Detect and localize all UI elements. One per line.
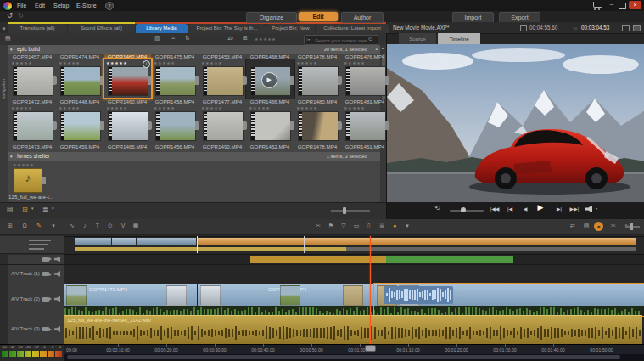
scene-expand-tab[interactable] xyxy=(195,76,199,85)
rating-stars[interactable]: ★★★★★ xyxy=(296,105,317,110)
close-gap-icon[interactable]: ▭ xyxy=(350,223,362,229)
camera-icon[interactable] xyxy=(42,257,49,262)
razor-icon[interactable]: ✂ xyxy=(312,223,324,229)
library-tab-4[interactable]: Project Bin: The Sky is th... xyxy=(188,24,266,33)
camera-icon[interactable] xyxy=(42,297,49,302)
navigation-strip[interactable]: Navigation xyxy=(0,45,8,202)
volume-slider[interactable] xyxy=(450,210,484,212)
timeline-audio-clip[interactable]: 125_full_we-are-the-heroes_3142.wav xyxy=(64,315,642,345)
rating-stars[interactable]: ★★★★★ xyxy=(344,60,365,65)
marker-drop-icon[interactable]: ▽ xyxy=(338,223,350,229)
clip-list-icon[interactable]: ≣ xyxy=(376,223,388,229)
preview-tab-timeline[interactable]: Timeline xyxy=(438,33,480,44)
effects-icon[interactable]: ● xyxy=(594,222,603,231)
rating-stars[interactable]: ★★★★★ xyxy=(11,60,32,65)
minitrack-clip[interactable] xyxy=(250,256,386,263)
media-item-thumbnail[interactable] xyxy=(203,111,244,141)
thumb-size-slider[interactable] xyxy=(331,210,370,212)
rating-stars[interactable]: ★★★★★ xyxy=(11,105,32,110)
list-view-icon[interactable]: ≣ xyxy=(42,206,48,213)
rating-stars[interactable]: ★★★★★ xyxy=(59,105,80,110)
record-menu-icon[interactable]: ▾ xyxy=(401,223,413,229)
mode-tab-author[interactable]: Author xyxy=(341,12,384,23)
speaker-menu-chevron[interactable]: ▾ xyxy=(596,206,597,211)
minitrack-clip[interactable] xyxy=(386,256,513,263)
media-item-thumbnail[interactable] xyxy=(345,111,386,141)
markers-icon[interactable]: ✎ xyxy=(33,223,45,229)
timeline-zoom-handle[interactable] xyxy=(630,223,633,230)
redo-button[interactable]: ↻ xyxy=(18,12,24,20)
media-item-thumbnail[interactable] xyxy=(345,66,386,96)
scene-expand-tab[interactable] xyxy=(195,121,199,130)
mode-tab-organize[interactable]: Organize xyxy=(246,12,297,23)
navigator-audio-segment[interactable] xyxy=(346,247,636,251)
fullscreen-icon[interactable] xyxy=(633,25,641,31)
close-button[interactable]: × xyxy=(629,1,641,9)
scene-expand-tab[interactable] xyxy=(338,121,342,130)
rating-stars[interactable]: ★★★★★ xyxy=(106,105,127,110)
help-icon[interactable]: ? xyxy=(105,2,114,10)
track-content[interactable] xyxy=(64,265,644,285)
flag-icon[interactable]: ⚑ xyxy=(325,223,337,229)
delete-clip-icon[interactable]: ▯ xyxy=(363,223,375,229)
thumb-size-handle[interactable] xyxy=(343,207,346,214)
scene-expand-tab[interactable] xyxy=(243,121,247,130)
speaker-icon[interactable] xyxy=(54,271,60,277)
media-item-thumbnail[interactable] xyxy=(298,111,339,141)
film-offset-icon[interactable]: ▤ xyxy=(580,223,592,229)
next-clip-button[interactable]: ▶▶| xyxy=(567,206,582,212)
library-tab-3[interactable]: Library Media xyxy=(136,24,188,33)
camera-icon[interactable] xyxy=(42,327,49,331)
play-button[interactable]: ▶ xyxy=(533,203,548,212)
split-clip-icon[interactable]: ✂ xyxy=(608,223,619,229)
speed-icon[interactable]: ⇄ xyxy=(567,223,579,229)
montage-icon[interactable]: ▦ xyxy=(130,223,142,229)
scene-expand-tab[interactable] xyxy=(53,76,57,85)
speaker-icon[interactable] xyxy=(54,296,60,302)
navigator-video-segment[interactable] xyxy=(197,238,636,245)
folder-up-icon[interactable]: ▥ xyxy=(154,35,160,42)
rating-stars[interactable]: ★★★★★ xyxy=(201,60,222,65)
previous-clip-button[interactable]: |◀ xyxy=(502,206,518,212)
details-view-icon[interactable]: ≡ xyxy=(171,35,175,41)
menu-item-setup[interactable]: Setup xyxy=(53,3,69,8)
minitrack-header[interactable] xyxy=(8,255,64,265)
menu-item-edit[interactable]: Edit xyxy=(35,3,45,8)
playhead-ruler-marker[interactable] xyxy=(365,345,376,352)
media-item-thumbnail[interactable] xyxy=(60,66,101,96)
media-item-thumbnail[interactable] xyxy=(155,111,196,141)
titler-icon[interactable]: T xyxy=(92,223,104,228)
sort-order-icon[interactable]: ⇅ xyxy=(185,35,190,42)
cart-icon[interactable] xyxy=(593,2,602,8)
playhead[interactable] xyxy=(370,236,371,344)
group-header-fornes-shelter[interactable]: ▾ fornes shelter 1 items, 3 selected xyxy=(8,152,381,161)
rating-stars[interactable]: ★★★★★ xyxy=(154,105,175,110)
scene-expand-tab[interactable] xyxy=(290,76,294,85)
library-tab-6[interactable]: Collections: Latest Import xyxy=(316,24,389,33)
volume-slider-thumb[interactable] xyxy=(461,207,466,212)
grid-view-icon[interactable]: ⊞ xyxy=(22,206,28,213)
scrollbar-thumb[interactable] xyxy=(67,355,620,359)
chroma-key-icon[interactable]: V xyxy=(117,223,129,228)
preview-tab-source[interactable]: Source xyxy=(399,33,436,44)
library-tab-5[interactable]: Project Bin: New xyxy=(266,24,315,33)
scene-expand-tab[interactable] xyxy=(42,177,46,184)
media-item-thumbnail[interactable] xyxy=(60,111,101,141)
detach-monitor-icon[interactable] xyxy=(622,25,630,31)
media-item-thumbnail[interactable] xyxy=(203,66,244,96)
scene-expand-tab[interactable] xyxy=(148,121,152,130)
scorefitter-icon[interactable]: ♪ xyxy=(79,223,91,228)
scrollbar-up-icon[interactable]: ▲ xyxy=(381,46,384,50)
navigator-video-segment[interactable] xyxy=(75,238,111,245)
voiceover-icon[interactable]: ⊙ xyxy=(104,223,116,229)
scene-expand-tab[interactable] xyxy=(385,76,389,85)
play-overlay-button[interactable]: ▶ xyxy=(261,72,277,88)
grid-view-menu-icon[interactable]: ▾ xyxy=(31,206,34,211)
jump-start-button[interactable]: |◀◀ xyxy=(487,206,502,212)
undo-button[interactable]: ↺ xyxy=(7,12,13,20)
library-tab-2[interactable]: Sound Effects (all) xyxy=(68,24,135,33)
search-scope-icon[interactable]: ≡▾ xyxy=(306,37,310,42)
scene-expand-tab[interactable] xyxy=(385,121,389,130)
search-clear-icon[interactable]: ⊙ xyxy=(368,36,373,42)
scene-expand-tab[interactable] xyxy=(338,76,342,85)
